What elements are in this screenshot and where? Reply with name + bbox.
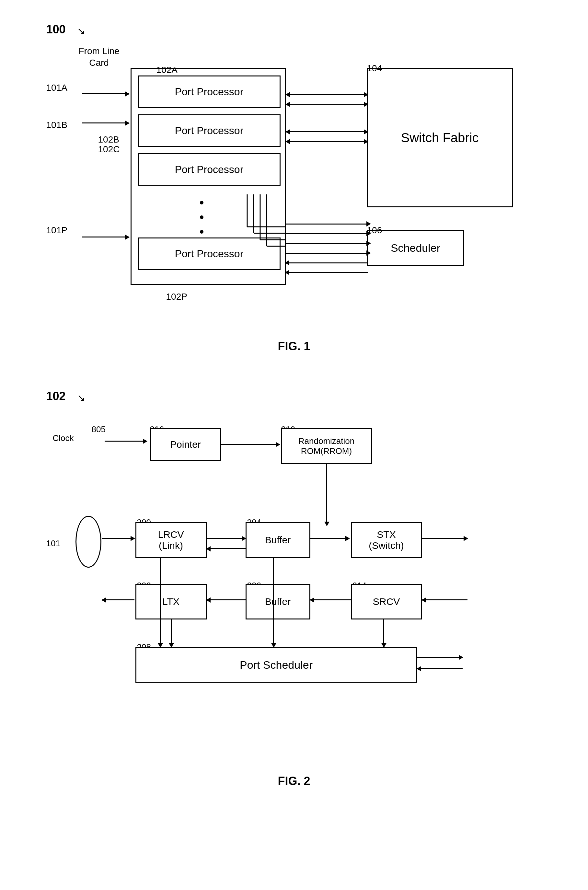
- arrow-tip-3: [366, 241, 371, 246]
- fig2-diagram: 102 ↘ Clock 805 216 Pointer 210 Randomiz…: [27, 386, 561, 791]
- fig2-caption: FIG. 2: [278, 774, 310, 788]
- arrow-tip-4: [366, 251, 371, 256]
- arrow-rrom-stx: [326, 464, 327, 525]
- arrow-tip-2: [366, 231, 371, 236]
- fig1-caption: FIG. 1: [278, 339, 310, 353]
- arrow-clock-pointer: [105, 441, 147, 441]
- arrow-stx-out: [422, 538, 468, 539]
- fig1-arrow-indicator: ↘: [77, 25, 85, 37]
- label-101p: 101P: [46, 225, 68, 236]
- port-scheduler-box: Port Scheduler: [135, 647, 417, 683]
- arrow-lrcv-buffer-top: [207, 538, 246, 539]
- arrow-lens-lrcv: [102, 538, 135, 539]
- pp-box-1: Port Processor: [138, 75, 280, 108]
- fig1-ref-label: 100: [46, 23, 66, 36]
- rrom-box: RandomizationROM(RROM): [281, 428, 372, 464]
- pointer-box: Pointer: [150, 428, 221, 461]
- arrow-buffer-bottom-ltx: [207, 599, 246, 600]
- label-101b: 101B: [46, 120, 68, 130]
- pp-box-2: Port Processor: [138, 114, 280, 147]
- fig1-diagram: 100 ↘ From LineCard Port Processor Port …: [27, 20, 561, 360]
- arrow-lrcv-ps: [160, 558, 161, 647]
- arrow-buffer-top-ps: [273, 558, 274, 647]
- arrow-101p-in: [82, 237, 129, 237]
- arrow-tip-1: [366, 221, 371, 227]
- conn-pp2-sf: [286, 131, 368, 132]
- scheduler-box: Scheduler: [367, 230, 464, 266]
- lrcv-box: LRCV(Link): [135, 522, 207, 558]
- buffer-top-box: Buffer: [246, 522, 310, 558]
- label-101a: 101A: [46, 83, 68, 93]
- label-102p: 102P: [166, 291, 187, 302]
- label-102c: 102C: [98, 144, 120, 155]
- arrow-pointer-rrom: [221, 444, 280, 445]
- arrow-buffer-top-stx: [310, 538, 349, 539]
- arrow-srcv-ps: [383, 620, 384, 647]
- label-102a: 102A: [156, 65, 177, 75]
- pp-dots: •••: [200, 195, 206, 239]
- arrow-ps-out-1: [417, 657, 463, 658]
- label-101: 101: [46, 539, 60, 549]
- arrow-101a-in: [82, 93, 129, 94]
- fig1-from-line-card-label: From LineCard: [79, 45, 120, 69]
- conn-pp1-sf-2: [286, 104, 368, 105]
- conn-pp2-sf-2: [286, 141, 368, 142]
- arrow-ps-in-1: [417, 668, 463, 669]
- stx-box: STX(Switch): [351, 522, 422, 558]
- fig2-ref-label: 102: [46, 389, 66, 403]
- buffer-bottom-box: Buffer: [246, 584, 310, 620]
- arrow-ltx-out: [102, 599, 135, 600]
- clock-label: Clock: [53, 433, 74, 443]
- arrow-ltx-ps: [171, 620, 172, 647]
- switch-fabric-box: Switch Fabric: [367, 68, 513, 207]
- srcv-box: SRCV: [351, 584, 422, 620]
- label-102b: 102B: [98, 134, 119, 145]
- fig2-arrow-indicator: ↘: [77, 392, 85, 403]
- optical-lens: [75, 516, 101, 567]
- arrow-srcv-in: [422, 599, 468, 600]
- conn-pp1-sf: [286, 94, 368, 95]
- bundle-cable-svg: [228, 194, 312, 279]
- arrow-srcv-buffer-bottom: [310, 599, 351, 600]
- pp-box-3: Port Processor: [138, 153, 280, 186]
- label-805: 805: [92, 425, 106, 434]
- arrow-buffer-lrcv-back: [207, 548, 246, 549]
- arrow-101b-in: [82, 123, 129, 123]
- ltx-box: LTX: [135, 584, 207, 620]
